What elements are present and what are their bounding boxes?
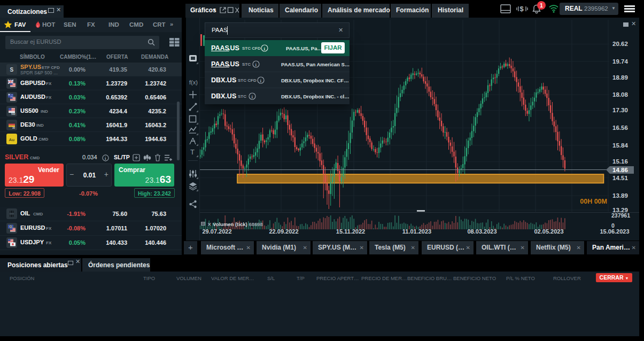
svg-text:17.30: 17.30 xyxy=(612,107,628,113)
svg-text:15.11.2022: 15.11.2022 xyxy=(336,228,365,235)
svg-text:14.51: 14.51 xyxy=(612,175,628,181)
svg-text:18.89: 18.89 xyxy=(612,74,628,81)
svg-text:f(x): f(x) xyxy=(189,79,198,86)
svg-text:22.09.2022: 22.09.2022 xyxy=(269,228,298,235)
svg-text:30: 30 xyxy=(12,127,15,129)
svg-text:i: i xyxy=(252,94,253,99)
svg-text:500: 500 xyxy=(11,113,15,115)
svg-text:00H 00M: 00H 00M xyxy=(580,198,607,205)
svg-text:08.03.2023: 08.03.2023 xyxy=(467,228,496,235)
svg-text:15.16: 15.16 xyxy=(612,158,628,165)
svg-text:11.01.2023: 11.01.2023 xyxy=(402,228,431,235)
svg-text:i: i xyxy=(255,62,257,67)
svg-text:19.74: 19.74 xyxy=(612,58,628,65)
svg-text:Au: Au xyxy=(9,137,15,142)
svg-text:18.08: 18.08 xyxy=(612,91,628,98)
svg-text:20.62: 20.62 xyxy=(612,41,628,47)
svg-text:i: i xyxy=(105,156,106,161)
svg-text:i: i xyxy=(264,46,266,51)
svg-text:T: T xyxy=(190,148,195,156)
svg-text:S: S xyxy=(10,67,14,73)
svg-text:$: $ xyxy=(520,5,524,13)
svg-text:02.05.2023: 02.05.2023 xyxy=(534,228,563,235)
svg-text:237961: 237961 xyxy=(611,212,630,219)
svg-text:16.56: 16.56 xyxy=(612,125,628,131)
svg-text:14.86: 14.86 xyxy=(612,167,628,173)
svg-text:✕: ✕ xyxy=(207,222,212,227)
svg-text:29.07.2022: 29.07.2022 xyxy=(202,228,231,235)
svg-text:Volumen (tick) 68698: Volumen (tick) 68698 xyxy=(213,221,263,227)
svg-text:15.06.2023: 15.06.2023 xyxy=(600,228,629,235)
svg-text:13.89: 13.89 xyxy=(612,192,628,199)
svg-text:15.84: 15.84 xyxy=(612,142,628,149)
svg-text:i: i xyxy=(260,78,262,83)
